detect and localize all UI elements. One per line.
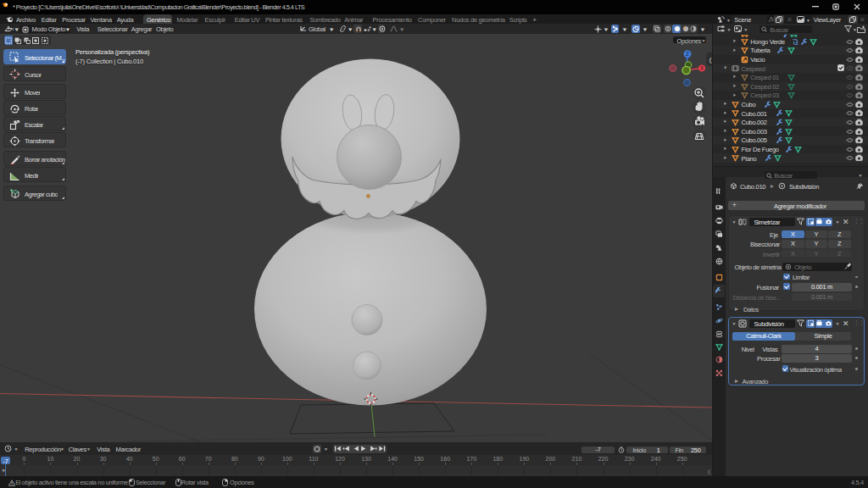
svg-text:Z: Z <box>686 51 689 57</box>
svg-text:X: X <box>700 65 704 71</box>
